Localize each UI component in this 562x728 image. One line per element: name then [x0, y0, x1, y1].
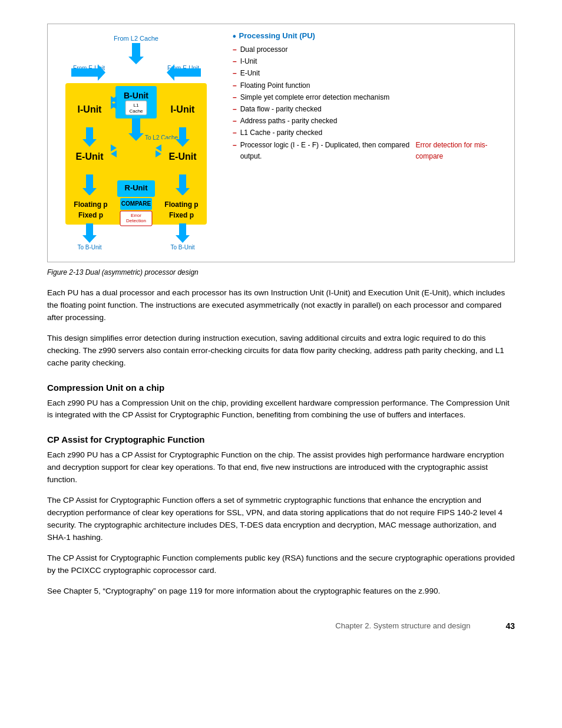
- legend-item-fp: Floating Point function: [233, 80, 506, 91]
- svg-text:Floating p: Floating p: [164, 200, 198, 209]
- svg-text:E-Unit: E-Unit: [168, 151, 197, 162]
- legend-item-iunit: I-Unit: [233, 56, 506, 67]
- page-number: 43: [505, 621, 515, 631]
- legend-main-item: Processing Unit (PU): [233, 31, 506, 42]
- svg-text:I-Unit: I-Unit: [78, 104, 103, 114]
- svg-text:Cache: Cache: [129, 108, 143, 114]
- svg-text:Fixed p: Fixed p: [78, 211, 103, 219]
- svg-text:To B-Unit: To B-Unit: [77, 244, 101, 251]
- legend-item-error-detect: Error detection for mis-compare: [416, 140, 506, 162]
- svg-text:COMPARE: COMPARE: [121, 200, 151, 207]
- section-title-compression: Compression Unit on a chip: [47, 383, 515, 393]
- svg-text:From L2 Cache: From L2 Cache: [114, 35, 158, 42]
- section-cp-para-1: Each z990 PU has a CP Assist for Cryptog…: [47, 449, 515, 486]
- legend-item-dual: Dual processor: [233, 44, 506, 55]
- legend-item-address: Address paths - parity checked: [233, 116, 506, 127]
- chapter-text: Chapter 2. System structure and design: [335, 621, 470, 630]
- section-cp-para-3: The CP Assist for Cryptographic Function…: [47, 552, 515, 577]
- section-cp-para-2: The CP Assist for Cryptographic Function…: [47, 495, 515, 544]
- svg-text:L1: L1: [134, 103, 139, 108]
- legend-item-error: Simple yet complete error detection mech…: [233, 92, 506, 103]
- legend-item-dataflow: Data flow - parity checked: [233, 104, 506, 115]
- svg-text:Detection: Detection: [126, 218, 146, 223]
- section-cp-para-4: See Chapter 5, “Cryptography” on page 11…: [47, 585, 515, 598]
- legend-item-cache: L1 Cache - parity checked: [233, 127, 506, 139]
- legend-item-processor: Processor logic (I - E - F) - Duplicated…: [233, 140, 506, 162]
- svg-text:To B-Unit: To B-Unit: [170, 244, 194, 251]
- svg-text:Fixed p: Fixed p: [169, 211, 194, 219]
- svg-text:Floating p: Floating p: [74, 200, 107, 209]
- svg-marker-1: [128, 43, 144, 64]
- svg-text:I-Unit: I-Unit: [171, 104, 196, 114]
- svg-text:B-Unit: B-Unit: [124, 91, 148, 100]
- svg-text:E-Unit: E-Unit: [75, 151, 104, 162]
- svg-marker-48: [176, 223, 190, 243]
- diagram-area: From L2 Cache From E-Unit From E-Unit B-…: [48, 24, 224, 262]
- processor-diagram: From L2 Cache From E-Unit From E-Unit B-…: [54, 30, 219, 254]
- body-paragraph-1: Each PU has a dual processor and each pr…: [47, 287, 515, 324]
- section-compression-para-1: Each z990 PU has a Compression Unit on t…: [47, 397, 515, 422]
- figure-caption: Figure 2-13 Dual (asymmetric) processor …: [47, 268, 515, 276]
- figure-container: From L2 Cache From E-Unit From E-Unit B-…: [47, 24, 515, 262]
- svg-text:Error: Error: [131, 213, 141, 218]
- legend-sub-list: Dual processor I-Unit E-Unit Floating Po…: [233, 44, 506, 162]
- legend-item-eunit: E-Unit: [233, 68, 506, 79]
- body-paragraph-2: This design simplifies error detection d…: [47, 332, 515, 370]
- page-footer: Chapter 2. System structure and design 4…: [47, 621, 515, 631]
- legend-area: Processing Unit (PU) Dual processor I-Un…: [224, 24, 514, 262]
- svg-text:R-Unit: R-Unit: [125, 183, 148, 192]
- svg-marker-47: [82, 223, 97, 243]
- section-title-cp-assist: CP Assist for Cryptographic Function: [47, 434, 515, 444]
